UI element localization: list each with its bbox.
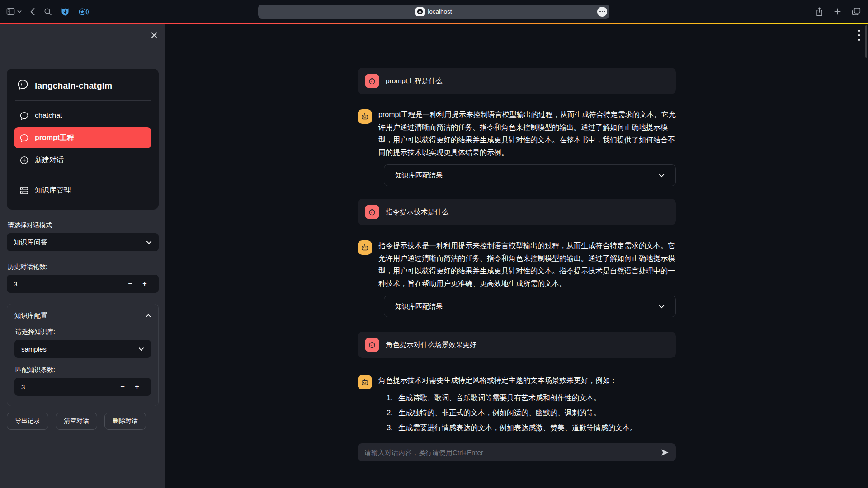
list-item: 生成需要进行情感表达的文本，例如表达感激、赞美、道歉等情感的文本。 bbox=[395, 422, 676, 434]
sidebar-item-kb-management[interactable]: 知识库管理 bbox=[14, 180, 151, 201]
sidebar-item-new-chat[interactable]: 新建对话 bbox=[14, 150, 151, 170]
app-logo-icon bbox=[17, 79, 29, 93]
match-count-label: 匹配知识条数: bbox=[15, 366, 150, 374]
browser-toolbar: localhost bbox=[0, 0, 868, 23]
user-message-text: 指令提示技术是什么 bbox=[386, 207, 449, 217]
assistant-avatar bbox=[358, 240, 372, 255]
app-nav-card: langchain-chatglm chatchat prompt工程 bbox=[7, 69, 159, 210]
chevron-down-icon bbox=[146, 240, 152, 244]
sidebar-menu-chevron-icon[interactable] bbox=[17, 10, 22, 13]
sidebar-toggle-icon[interactable] bbox=[6, 8, 15, 15]
user-message: 角色提示对什么场景效果更好 bbox=[358, 332, 676, 358]
back-button-icon[interactable] bbox=[30, 8, 35, 16]
chat-input[interactable] bbox=[364, 449, 656, 456]
extension-radar-icon[interactable] bbox=[78, 7, 89, 16]
kb-match-expander[interactable]: 知识库匹配结果 bbox=[384, 296, 676, 317]
kb-select[interactable]: samples bbox=[14, 340, 151, 358]
user-avatar bbox=[365, 205, 379, 219]
main-menu-kebab-icon[interactable] bbox=[858, 30, 860, 41]
clear-chat-button[interactable]: 清空对话 bbox=[56, 413, 97, 430]
address-bar[interactable]: localhost bbox=[258, 5, 609, 19]
list-item: 生成诗歌、歌词、音乐歌词等需要具有艺术感和创作性的文本。 bbox=[395, 392, 676, 404]
assistant-message-text: prompt工程是一种利用提示来控制语言模型输出的过程，从而生成符合特定需求的文… bbox=[378, 108, 676, 159]
assistant-avatar bbox=[358, 375, 372, 389]
scrollbar-thumb[interactable] bbox=[865, 25, 867, 58]
assistant-message: prompt工程是一种利用提示来控制语言模型输出的过程，从而生成符合特定需求的文… bbox=[358, 108, 676, 159]
assistant-message-text: 指令提示技术是一种利用提示来控制语言模型输出的过程，从而生成符合特定需求的文本。… bbox=[378, 239, 676, 290]
history-rounds-input[interactable]: 3 − + bbox=[7, 275, 159, 293]
kb-match-expander[interactable]: 知识库匹配结果 bbox=[384, 164, 676, 186]
delete-chat-button[interactable]: 删除对话 bbox=[104, 413, 146, 430]
mode-select-value: 知识库问答 bbox=[14, 238, 47, 247]
chat-input-container bbox=[358, 443, 676, 461]
user-avatar bbox=[365, 74, 379, 88]
chat-bubble-icon bbox=[19, 133, 29, 143]
assistant-message: 指令提示技术是一种利用提示来控制语言模型输出的过程，从而生成符合特定需求的文本。… bbox=[358, 239, 676, 290]
app-title: langchain-chatglm bbox=[35, 81, 112, 91]
chevron-up-icon bbox=[146, 314, 151, 318]
url-text: localhost bbox=[428, 8, 452, 15]
user-message-text: prompt工程是什么 bbox=[386, 76, 443, 86]
share-icon[interactable] bbox=[816, 7, 823, 16]
export-history-button[interactable]: 导出记录 bbox=[7, 413, 48, 430]
kb-select-value: samples bbox=[21, 345, 47, 353]
assistant-message: 角色提示技术对需要生成特定风格或特定主题的文本场景效果更好，例如： 生成诗歌、歌… bbox=[358, 374, 676, 437]
decrement-button[interactable]: − bbox=[123, 280, 137, 288]
chevron-down-icon bbox=[659, 305, 665, 309]
match-count-input[interactable]: 3 − + bbox=[14, 378, 151, 396]
tab-overview-icon[interactable] bbox=[852, 7, 861, 16]
chevron-down-icon bbox=[659, 174, 665, 178]
list-item: 生成独特的、非正式的文本，例如闲适的、幽默的、讽刺的等。 bbox=[395, 407, 676, 419]
user-message: prompt工程是什么 bbox=[358, 68, 676, 94]
chevron-down-icon bbox=[138, 347, 144, 351]
history-rounds-label: 历史对话轮数: bbox=[8, 263, 158, 271]
page-favicon bbox=[415, 7, 425, 16]
mode-select[interactable]: 知识库问答 bbox=[7, 233, 159, 251]
user-avatar bbox=[365, 338, 379, 352]
sidebar-item-chatchat[interactable]: chatchat bbox=[14, 105, 151, 126]
sidebar-item-prompt-engineering[interactable]: prompt工程 bbox=[14, 127, 151, 148]
assistant-message-list: 生成诗歌、歌词、音乐歌词等需要具有艺术感和创作性的文本。 生成独特的、非正式的文… bbox=[385, 392, 676, 434]
page-settings-ellipsis-icon[interactable] bbox=[597, 7, 607, 17]
history-rounds-value: 3 bbox=[14, 280, 17, 288]
kb-select-label: 请选择知识库: bbox=[15, 328, 150, 336]
kb-config-expander-header[interactable]: 知识库配置 bbox=[14, 311, 151, 320]
chat-bubble-icon bbox=[19, 111, 29, 121]
search-icon[interactable] bbox=[44, 8, 52, 16]
kb-config-expander: 知识库配置 请选择知识库: samples 匹配知识条数: 3 − + bbox=[7, 304, 159, 406]
assistant-avatar bbox=[358, 109, 372, 124]
match-count-value: 3 bbox=[21, 383, 25, 391]
sidebar-close-icon[interactable] bbox=[151, 32, 158, 41]
send-icon[interactable] bbox=[660, 449, 669, 456]
extension-shield-icon[interactable] bbox=[61, 7, 70, 16]
sidebar: langchain-chatglm chatchat prompt工程 bbox=[0, 24, 165, 488]
user-message-text: 角色提示对什么场景效果更好 bbox=[386, 340, 477, 350]
mode-select-label: 请选择对话模式 bbox=[8, 221, 158, 230]
chat-main: prompt工程是什么 prompt工程是一种利用提示来控制语言模型输出的过程，… bbox=[165, 24, 868, 488]
increment-button[interactable]: + bbox=[130, 383, 144, 391]
assistant-message-text: 角色提示技术对需要生成特定风格或特定主题的文本场景效果更好，例如： 生成诗歌、歌… bbox=[378, 374, 676, 437]
app-title-row: langchain-chatglm bbox=[14, 75, 151, 100]
increment-button[interactable]: + bbox=[137, 280, 152, 288]
user-message: 指令提示技术是什么 bbox=[358, 199, 676, 225]
database-icon bbox=[19, 186, 29, 195]
new-tab-icon[interactable] bbox=[834, 8, 841, 15]
decrement-button[interactable]: − bbox=[115, 383, 130, 391]
plus-circle-icon bbox=[19, 155, 29, 165]
